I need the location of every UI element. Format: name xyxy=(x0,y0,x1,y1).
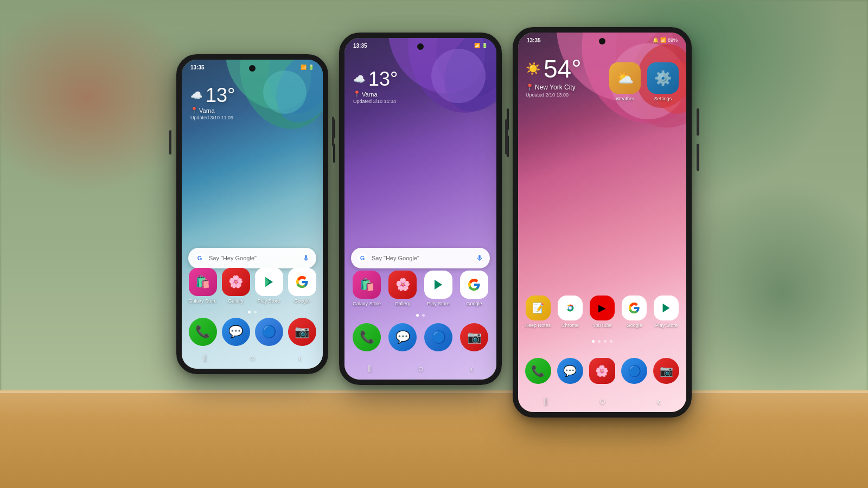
phone3-app-chrome[interactable]: Chrome xyxy=(556,296,584,328)
phone1-status-icons: 📶 🔋 xyxy=(301,65,314,70)
phone1-app-galaxy-store[interactable]: 🛍️ Galaxy Store xyxy=(188,268,217,304)
phone3-app-row: 📝 Keep Notes Chrome ▶ YouTube xyxy=(518,296,686,328)
phone2-nav-recents[interactable]: ⦀ xyxy=(368,363,372,375)
phone1-temp: 13° xyxy=(206,84,235,107)
phone1-google-label: Google xyxy=(294,298,310,304)
phone3-app-keep[interactable]: 📝 Keep Notes xyxy=(524,296,552,328)
phone3-updated: Updated 2/10 13:00 xyxy=(526,92,582,98)
phone3-dock-messages[interactable]: 💬 xyxy=(556,358,584,384)
phone2-mic-icon xyxy=(476,254,483,262)
phone3-flowers xyxy=(545,33,686,174)
phone2-google-label: Google xyxy=(466,301,482,306)
phone1-gallery-label: Gallery xyxy=(228,298,244,304)
phone3-power xyxy=(505,119,508,155)
phone1-dock-messages[interactable]: 💬 xyxy=(221,318,250,346)
phone2-search[interactable]: G Say "Hey Google" xyxy=(351,248,490,268)
phone1-dot-2 xyxy=(254,311,257,313)
phone2-galaxy-store-label: Galaxy Store xyxy=(353,301,381,306)
phone2-app-play-store[interactable]: Play Store xyxy=(423,271,454,306)
phone1-dock-phone[interactable]: 📞 xyxy=(188,318,217,346)
phone3-google-label: Google xyxy=(627,323,642,328)
scene: 13:35 📶 🔋 ☁️ 13° xyxy=(0,0,868,488)
phone1-time: 13:35 xyxy=(190,65,205,70)
phone2-dot-2 xyxy=(422,314,425,317)
phone3-app-play-store[interactable]: Play Store xyxy=(652,296,681,328)
svg-marker-23 xyxy=(663,304,670,313)
svg-point-11 xyxy=(431,49,486,103)
phone3-screen: 13:35 🔔 📶 89% ☀️ 54° xyxy=(518,33,686,412)
phone1-nav-bar: ⦀ ○ ‹ xyxy=(182,347,323,369)
phone3-dot-2 xyxy=(598,340,601,343)
phone1-google-icon xyxy=(288,268,316,296)
phone3-settings-label: Settings xyxy=(654,96,672,101)
phone1-nav-recents[interactable]: ⦀ xyxy=(203,352,207,364)
phone3-samsung-pass-dock-icon: 🔵 xyxy=(621,358,647,384)
phone3-youtube-icon: ▶ xyxy=(590,296,615,320)
phone3-dock-samsung-pass[interactable]: 🔵 xyxy=(620,358,649,384)
phone1-vol-down xyxy=(333,144,335,163)
phone2-samsung-pass-icon: 🔵 xyxy=(424,323,452,351)
phone1-app-google[interactable]: Google xyxy=(288,268,316,304)
phone3-nav-recents[interactable]: ⦀ xyxy=(544,395,548,408)
phone1-samsung-pass-icon: 🔵 xyxy=(255,318,283,346)
phone3-google-icon xyxy=(622,296,647,320)
phone3-app-youtube[interactable]: ▶ YouTube xyxy=(588,296,616,328)
phone1-play-store-label: Play Store xyxy=(258,298,280,304)
phones-container: 13:35 📶 🔋 ☁️ 13° xyxy=(176,27,692,418)
phone3-page-dots xyxy=(592,340,612,343)
phone1-app-play-store[interactable]: Play Store xyxy=(254,268,283,304)
phone2-app-google[interactable]: Google xyxy=(458,271,490,306)
phone1-google-g: G xyxy=(195,253,205,263)
phone3-temp: 54° xyxy=(544,54,582,84)
phone3-vol-up xyxy=(697,108,699,136)
phone3-dock-gallery[interactable]: 🌸 xyxy=(588,358,616,384)
phone2-dock-phone[interactable]: 📞 xyxy=(351,323,382,351)
phone2-weather: ☁️ 13° 📍 Varna Updated 3/10 11:34 xyxy=(353,68,398,104)
phone2-app-gallery[interactable]: 🌸 Gallery xyxy=(387,271,418,306)
phone2-camera xyxy=(417,43,424,50)
phone2-dock-camera[interactable]: 📷 xyxy=(458,323,490,351)
phone3-weather-label: Weather xyxy=(616,96,634,101)
phone3-dock-camera[interactable]: 📷 xyxy=(652,358,681,384)
phone3-play-store-label: Play Store xyxy=(655,323,678,328)
phone2-galaxy-store-icon: 🛍️ xyxy=(353,271,381,299)
phone2-dock-samsung-pass[interactable]: 🔵 xyxy=(423,323,454,351)
phone1-nav-back[interactable]: ‹ xyxy=(298,352,302,364)
phone3-nav-home[interactable]: ○ xyxy=(599,395,606,408)
phone-2: 13:35 📶 🔋 ☁️ 13° xyxy=(339,33,502,385)
phone3-dot-1 xyxy=(592,340,595,343)
phone2-gallery-label: Gallery xyxy=(395,301,411,306)
phone2-google-g: G xyxy=(358,253,367,263)
phone2-nav-back[interactable]: ‹ xyxy=(470,363,473,375)
phone2-app-galaxy-store[interactable]: 🛍️ Galaxy Store xyxy=(351,271,382,306)
phone1-dot-1 xyxy=(248,311,251,313)
svg-point-4 xyxy=(263,70,307,114)
phone1-location: 📍 Varna xyxy=(190,107,235,114)
phone3-app-weather[interactable]: ⛅ Weather xyxy=(609,62,641,101)
phone2-updated: Updated 3/10 11:34 xyxy=(353,99,398,104)
phone3-play-store-icon xyxy=(654,296,679,320)
svg-marker-12 xyxy=(435,280,442,290)
phone1-dock-samsung-pass[interactable]: 🔵 xyxy=(254,318,283,346)
phone1-app-gallery[interactable]: 🌸 Gallery xyxy=(221,268,250,304)
phone3-status-icons: 🔔 📶 89% xyxy=(653,37,678,43)
phone3-dock-phone[interactable]: 📞 xyxy=(524,358,552,384)
phone2-temp: 13° xyxy=(368,68,398,91)
phone3-app-google[interactable]: Google xyxy=(620,296,649,328)
phone2-phone-icon: 📞 xyxy=(353,323,381,351)
phone2-dock-messages[interactable]: 💬 xyxy=(387,323,418,351)
phone3-app-settings[interactable]: ⚙️ Settings xyxy=(647,62,679,101)
phone1-camera xyxy=(249,65,256,72)
phone3-gallery-dock-icon: 🌸 xyxy=(589,358,615,384)
phone3-nav-back[interactable]: ‹ xyxy=(657,395,661,408)
phone1-phone-icon: 📞 xyxy=(189,318,217,346)
phone1-messages-icon: 💬 xyxy=(222,318,250,346)
phone1-page-dots xyxy=(248,311,257,313)
phone2-nav-home[interactable]: ○ xyxy=(418,363,424,375)
phone1-nav-home[interactable]: ○ xyxy=(250,352,256,364)
phone3-settings-icon: ⚙️ xyxy=(647,62,679,94)
phone1-gallery-icon: 🌸 xyxy=(222,268,250,296)
phone1-dock-camera[interactable]: 📷 xyxy=(288,318,316,346)
phone2-location: 📍 Varna xyxy=(353,91,398,98)
phone1-search[interactable]: G Say "Hey Google" xyxy=(188,248,316,268)
